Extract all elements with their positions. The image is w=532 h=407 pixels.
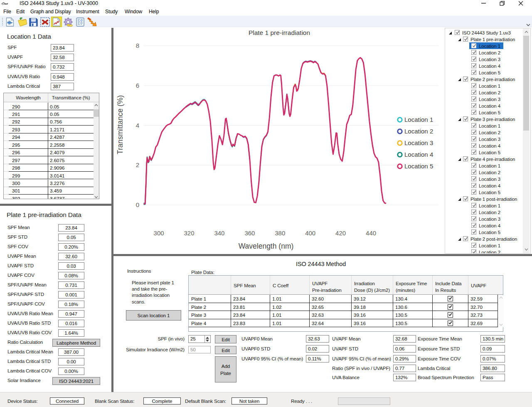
svg-text:440: 440 [366, 229, 376, 237]
svg-text:8: 8 [136, 42, 139, 49]
svg-text:Location 5: Location 5 [404, 163, 433, 170]
svg-text:Location 3: Location 3 [404, 139, 433, 146]
svg-text:4: 4 [136, 122, 139, 129]
svg-text:Location 4: Location 4 [404, 151, 433, 158]
svg-text:0: 0 [136, 201, 139, 208]
svg-text:380: 380 [275, 229, 285, 237]
svg-text:6: 6 [136, 82, 139, 89]
svg-text:420: 420 [335, 229, 346, 237]
svg-text:400: 400 [305, 229, 315, 237]
svg-text:360: 360 [244, 229, 255, 237]
svg-text:Location 2: Location 2 [404, 128, 433, 135]
svg-text:Transmittance (%): Transmittance (%) [116, 95, 124, 154]
svg-text:Wavelength (nm): Wavelength (nm) [239, 242, 294, 250]
svg-text:Location 1: Location 1 [404, 116, 433, 123]
svg-text:Plate 1 pre-irradiation: Plate 1 pre-irradiation [249, 29, 310, 36]
svg-text:2: 2 [136, 161, 139, 168]
svg-text:320: 320 [184, 229, 194, 237]
svg-text:300: 300 [154, 229, 164, 237]
svg-text:340: 340 [214, 229, 224, 237]
